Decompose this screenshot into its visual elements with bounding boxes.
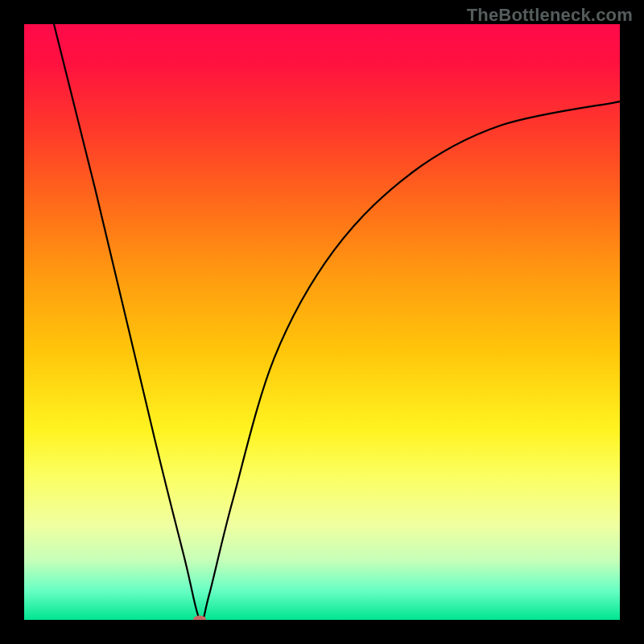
curve-path	[54, 24, 620, 620]
chart-plot-area	[24, 24, 620, 620]
bottleneck-curve	[24, 24, 620, 620]
watermark-text: TheBottleneck.com	[467, 5, 633, 26]
optimum-marker	[193, 616, 206, 621]
